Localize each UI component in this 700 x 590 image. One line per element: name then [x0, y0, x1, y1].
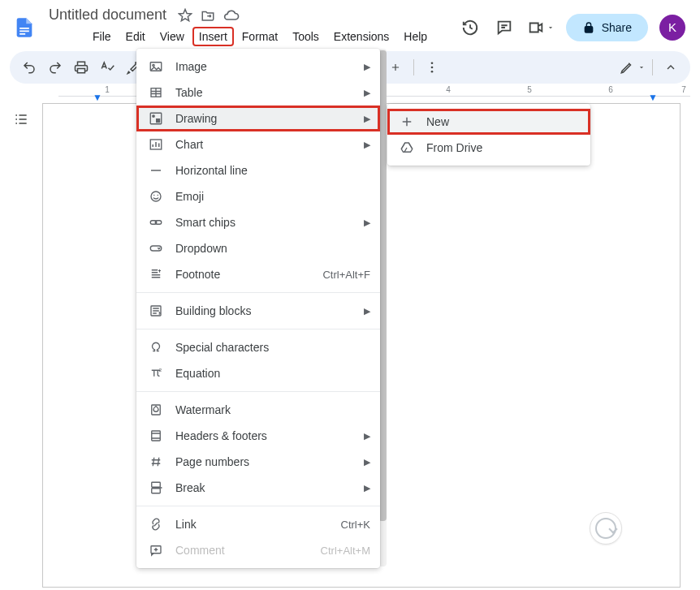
meet-icon[interactable]	[527, 16, 555, 39]
menu-item-label: Special characters	[175, 341, 370, 354]
print-button[interactable]	[70, 56, 93, 79]
drawing-submenu-item-new[interactable]: New	[387, 109, 590, 135]
insert-menu-item-smart-chips[interactable]: Smart chips▶	[136, 209, 380, 235]
blocks-icon	[148, 303, 164, 319]
comments-icon[interactable]	[493, 16, 516, 39]
menu-insert[interactable]: Insert	[192, 27, 234, 46]
svg-point-14	[153, 195, 155, 196]
svg-point-13	[151, 192, 161, 201]
menu-shortcut: Ctrl+Alt+F	[322, 269, 370, 281]
insert-menu-item-table[interactable]: Table▶	[136, 80, 380, 106]
submenu-arrow-icon: ▶	[364, 140, 370, 150]
omega-icon	[148, 339, 164, 355]
history-icon[interactable]	[459, 16, 482, 39]
move-icon[interactable]	[201, 8, 215, 23]
menu-file[interactable]: File	[86, 27, 118, 46]
grammarly-icon[interactable]	[590, 512, 622, 545]
emoji-icon	[148, 188, 164, 205]
drawing-submenu-item-from-drive[interactable]: From Drive	[387, 135, 590, 161]
cloud-status-icon[interactable]	[223, 7, 240, 24]
menu-item-label: Horizontal line	[175, 164, 370, 177]
svg-point-4	[430, 67, 433, 69]
ruler-tick: 4	[446, 85, 451, 94]
comment-icon	[148, 542, 164, 558]
chips-icon	[148, 214, 164, 230]
svg-rect-2	[19, 33, 25, 35]
menu-divider	[136, 292, 380, 293]
svg-point-10	[152, 114, 155, 118]
indent-marker-right[interactable]: ▼	[648, 92, 658, 103]
menu-item-label: Image	[175, 60, 352, 73]
insert-menu-item-headers-footers[interactable]: Headers & footers▶	[136, 423, 380, 449]
account-avatar[interactable]: K	[659, 15, 685, 41]
menu-tools[interactable]: Tools	[286, 27, 326, 46]
redo-button[interactable]	[44, 56, 67, 79]
outline-toggle-icon[interactable]	[13, 111, 29, 584]
menubar: File Edit View Insert Format Tools Exten…	[45, 25, 454, 50]
menu-shortcut: Ctrl+Alt+M	[321, 545, 370, 557]
share-button[interactable]: Share	[566, 14, 648, 41]
menu-item-label: Break	[175, 481, 352, 494]
document-title[interactable]: Untitled document	[45, 5, 170, 25]
indent-marker-left[interactable]: ▼	[93, 92, 102, 103]
menu-extensions[interactable]: Extensions	[327, 27, 395, 46]
drive-icon	[399, 140, 415, 156]
svg-point-3	[430, 62, 433, 64]
menu-format[interactable]: Format	[235, 27, 284, 46]
undo-button[interactable]	[18, 56, 41, 79]
editing-mode-button[interactable]	[620, 60, 646, 75]
insert-menu-item-comment: CommentCtrl+Alt+M	[136, 537, 380, 563]
menu-item-label: Table	[175, 86, 352, 99]
menu-item-label: From Drive	[426, 141, 581, 154]
collapse-toolbar-button[interactable]	[659, 56, 682, 79]
insert-menu-item-link[interactable]: LinkCtrl+K	[136, 511, 380, 537]
menu-help[interactable]: Help	[397, 27, 434, 46]
insert-menu-item-image[interactable]: Image▶	[136, 54, 380, 80]
hash-icon	[148, 454, 164, 470]
menu-item-label: Footnote	[175, 268, 311, 281]
menu-view[interactable]: View	[153, 27, 191, 46]
insert-menu-item-watermark[interactable]: Watermark	[136, 397, 380, 423]
svg-rect-0	[19, 28, 29, 29]
watermark-icon	[148, 402, 164, 418]
insert-menu-item-horizontal-line[interactable]: Horizontal line	[136, 157, 380, 183]
more-toolbar-button[interactable]	[421, 56, 443, 79]
svg-rect-24	[152, 489, 161, 493]
menu-shortcut: Ctrl+K	[341, 519, 370, 531]
font-size-increase[interactable]	[384, 56, 407, 79]
spellcheck-button[interactable]	[96, 56, 119, 79]
menu-edit[interactable]: Edit	[119, 27, 152, 46]
submenu-arrow-icon: ▶	[364, 431, 370, 441]
insert-menu: Image▶Table▶Drawing▶Chart▶Horizontal lin…	[136, 49, 380, 568]
headers-icon	[148, 428, 164, 444]
menu-item-label: Emoji	[175, 190, 370, 203]
svg-point-5	[430, 71, 433, 73]
insert-menu-item-dropdown[interactable]: Dropdown	[136, 235, 380, 261]
table-icon	[148, 84, 164, 101]
menu-item-label: Building blocks	[175, 304, 352, 317]
insert-menu-item-footnote[interactable]: FootnoteCtrl+Alt+F	[136, 261, 380, 287]
drawing-icon	[148, 110, 164, 127]
menu-item-label: Comment	[175, 544, 309, 557]
pi-icon: 2	[148, 365, 164, 381]
insert-menu-item-equation[interactable]: 2Equation	[136, 360, 380, 386]
insert-menu-item-chart[interactable]: Chart▶	[136, 131, 380, 157]
docs-app-icon[interactable]	[10, 13, 39, 42]
ruler-tick: 1	[105, 85, 110, 94]
submenu-arrow-icon: ▶	[364, 306, 370, 317]
submenu-arrow-icon: ▶	[364, 217, 370, 228]
hr-icon	[148, 162, 164, 179]
menu-item-label: New	[426, 115, 581, 128]
svg-point-7	[153, 64, 154, 66]
menu-item-label: Link	[175, 518, 330, 531]
ruler-tick: 5	[527, 85, 532, 94]
star-icon[interactable]	[178, 8, 192, 23]
insert-menu-item-break[interactable]: Break▶	[136, 475, 380, 501]
insert-menu-item-building-blocks[interactable]: Building blocks▶	[136, 298, 380, 324]
insert-menu-item-drawing[interactable]: Drawing▶	[136, 106, 380, 131]
insert-menu-item-emoji[interactable]: Emoji	[136, 183, 380, 209]
menu-item-label: Dropdown	[175, 242, 370, 255]
insert-menu-item-page-numbers[interactable]: Page numbers▶	[136, 449, 380, 475]
svg-text:2: 2	[159, 368, 162, 373]
insert-menu-item-special-characters[interactable]: Special characters	[136, 334, 380, 360]
